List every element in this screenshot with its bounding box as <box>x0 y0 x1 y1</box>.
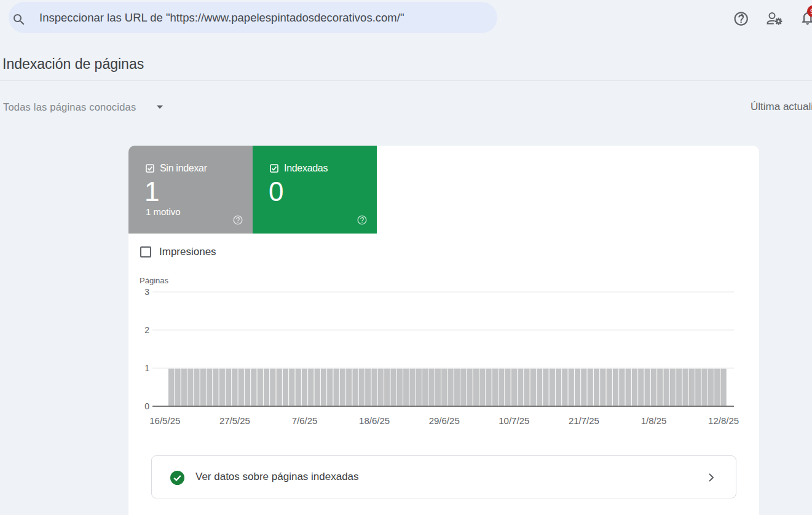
svg-text:1/8/25: 1/8/25 <box>641 415 667 426</box>
svg-text:18/6/25: 18/6/25 <box>359 415 390 426</box>
svg-text:12/8/25: 12/8/25 <box>708 415 739 426</box>
svg-text:10/7/25: 10/7/25 <box>499 415 529 426</box>
svg-text:0: 0 <box>144 401 149 411</box>
svg-text:3: 3 <box>144 287 149 297</box>
svg-text:16/5/25: 16/5/25 <box>149 415 180 426</box>
svg-text:7/6/25: 7/6/25 <box>292 415 318 426</box>
svg-text:29/6/25: 29/6/25 <box>429 415 460 426</box>
svg-text:21/7/25: 21/7/25 <box>569 415 599 426</box>
svg-text:Páginas: Páginas <box>140 276 168 285</box>
svg-text:2: 2 <box>144 325 149 335</box>
svg-text:27/5/25: 27/5/25 <box>219 415 250 426</box>
svg-text:1: 1 <box>144 363 149 373</box>
